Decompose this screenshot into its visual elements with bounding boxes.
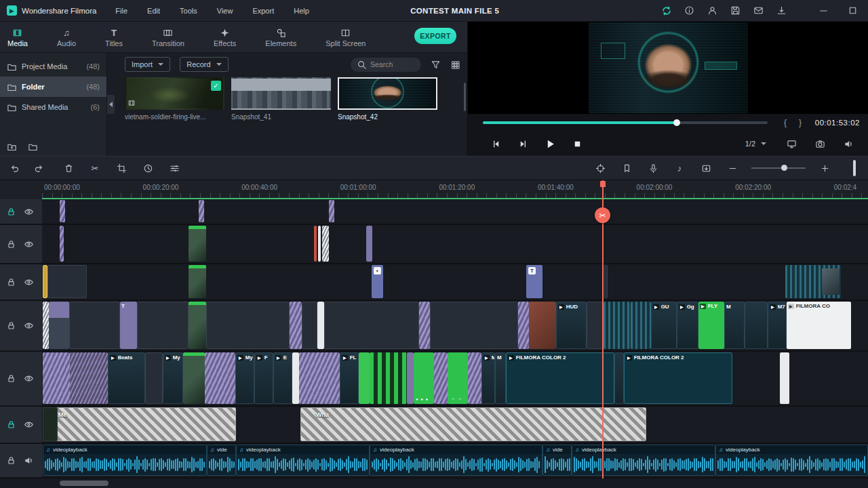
timeline-clip[interactable]: ▶My: [163, 352, 183, 404]
timeline-clip[interactable]: ▪: [372, 265, 383, 298]
tab-elements[interactable]: Elements: [259, 26, 302, 49]
timeline-clip[interactable]: ▶FILMORA COLOR 2: [506, 352, 614, 404]
timeline-clip[interactable]: [205, 352, 235, 404]
visibility-icon[interactable]: [24, 207, 34, 217]
timeline-clip[interactable]: [419, 302, 430, 349]
export-button[interactable]: EXPORT: [414, 28, 456, 44]
timeline-clip[interactable]: ▶FL: [340, 352, 359, 404]
timeline-clip[interactable]: T: [120, 302, 137, 349]
maximize-button[interactable]: [847, 5, 859, 16]
timeline-clip[interactable]: [49, 302, 69, 349]
timeline-clip[interactable]: [529, 302, 556, 349]
info-icon[interactable]: [684, 5, 695, 16]
timeline-clip[interactable]: [329, 200, 334, 222]
preview-video[interactable]: [589, 22, 748, 113]
checkbox-checked-icon[interactable]: ✓: [211, 81, 221, 91]
timeline-clip[interactable]: ▶FILMORA COLOR 2: [624, 352, 732, 404]
folder-icon[interactable]: [28, 142, 38, 152]
volume-icon[interactable]: [841, 136, 856, 151]
timeline-clip[interactable]: [145, 352, 163, 404]
timeline-clip[interactable]: [366, 226, 372, 262]
audio-clip[interactable]: ♫videoplayback: [715, 445, 868, 476]
timeline-clip[interactable]: [359, 352, 370, 404]
track-lane[interactable]: ▶Beats▶My▶My▶F▶E▶FL▶MM▶FILMORA COLOR 2▶F…: [42, 352, 868, 405]
motion-track-button[interactable]: [593, 161, 608, 176]
timeline-clip[interactable]: [137, 302, 189, 349]
cut-tool-icon[interactable]: ✂: [595, 207, 610, 223]
timeline-clip[interactable]: [47, 265, 87, 298]
sidebar-item-shared-media[interactable]: Shared Media(6): [0, 97, 106, 117]
playhead-handle[interactable]: [600, 181, 606, 187]
delete-button[interactable]: [61, 161, 76, 176]
timeline-clip[interactable]: [434, 352, 448, 404]
tab-effects[interactable]: Effects: [208, 26, 242, 49]
audio-clip[interactable]: ♫videoplayback: [43, 445, 207, 476]
lock-icon[interactable]: [6, 373, 16, 384]
redo-button[interactable]: [31, 161, 46, 176]
timeline-clip[interactable]: [785, 265, 841, 298]
timeline-clip[interactable]: [189, 265, 206, 298]
snapshot-camera-icon[interactable]: [812, 136, 827, 151]
track-lane[interactable]: ▪T: [42, 264, 868, 300]
timeline-clip[interactable]: [70, 352, 108, 404]
crop-button[interactable]: [114, 161, 129, 176]
marker-button[interactable]: [619, 161, 634, 176]
timeline-clip[interactable]: [322, 226, 329, 262]
timeline-clip[interactable]: Me: [43, 407, 236, 441]
zoom-slider[interactable]: [751, 167, 806, 169]
timeline-clip[interactable]: [314, 226, 317, 262]
track-volume-icon[interactable]: [24, 455, 34, 466]
grid-view-icon[interactable]: [450, 60, 460, 70]
lock-icon[interactable]: [6, 207, 16, 217]
timeline-clip[interactable]: [745, 302, 768, 349]
audio-mixer-button[interactable]: ♪: [672, 161, 687, 176]
timeline-clip[interactable]: ▶HUD: [556, 302, 587, 349]
zoom-out-button[interactable]: [725, 161, 740, 176]
media-item[interactable]: ✓vietnam-soldier-firing-live...: [125, 77, 224, 121]
track-lane[interactable]: [42, 225, 868, 263]
timeline-clip[interactable]: ▶GU: [651, 302, 677, 349]
track-lane[interactable]: ♫videoplayback♫vide♫videoplayback♫videop…: [42, 444, 868, 477]
timeline-clip[interactable]: ▶F: [254, 352, 273, 404]
audio-clip[interactable]: ♫videoplayback: [572, 445, 715, 476]
tab-media[interactable]: Media: [1, 26, 34, 49]
timeline-vscrollbar[interactable]: [853, 160, 856, 176]
search-box[interactable]: [351, 58, 421, 72]
timeline-clip[interactable]: [407, 352, 414, 404]
save-icon[interactable]: [730, 5, 741, 16]
play-button[interactable]: [542, 136, 557, 151]
menu-item-file[interactable]: File: [114, 5, 129, 16]
timeline-clip[interactable]: Wha: [300, 407, 646, 441]
tab-titles[interactable]: TTitles: [99, 26, 129, 49]
track-lane[interactable]: T▶HUD▶GU▶Gg▶FLYM▶M7▶FILMORA CO: [42, 301, 868, 350]
sidebar-item-project-media[interactable]: Project Media(48): [0, 56, 106, 77]
minimize-button[interactable]: [818, 5, 829, 16]
timeline-clip[interactable]: ▶FLY: [698, 302, 724, 349]
timeline-clip[interactable]: [206, 302, 290, 349]
audio-clip[interactable]: ♫videoplayback: [370, 445, 542, 476]
timeline-clip[interactable]: [780, 352, 789, 404]
media-scrollbar[interactable]: [464, 83, 466, 111]
timeline-clip[interactable]: [604, 302, 631, 349]
next-frame-button[interactable]: [515, 136, 530, 151]
timeline-clip[interactable]: [370, 352, 407, 404]
tab-split-screen[interactable]: Split Screen: [319, 26, 372, 49]
playhead[interactable]: ✂: [602, 180, 604, 479]
import-dropdown[interactable]: Import: [125, 57, 170, 72]
download-icon[interactable]: [776, 5, 787, 16]
filter-icon[interactable]: [431, 60, 441, 70]
timeline-clip[interactable]: [189, 302, 206, 349]
timeline-clip[interactable]: [189, 226, 206, 262]
export-frame-button[interactable]: [698, 161, 713, 176]
adjust-button[interactable]: [167, 161, 182, 176]
media-item[interactable]: Snapshot_41: [231, 77, 331, 121]
stop-button[interactable]: [570, 136, 585, 151]
menu-item-view[interactable]: View: [216, 5, 235, 16]
fullscreen-icon[interactable]: [784, 136, 799, 151]
media-item[interactable]: Snapshot_42: [338, 77, 437, 121]
timeline-clip[interactable]: [199, 200, 204, 222]
previous-frame-button[interactable]: [488, 136, 503, 151]
timeline-clip[interactable]: ▶M: [481, 352, 495, 404]
timeline-clip[interactable]: T: [526, 265, 542, 298]
lock-icon[interactable]: [6, 239, 16, 249]
